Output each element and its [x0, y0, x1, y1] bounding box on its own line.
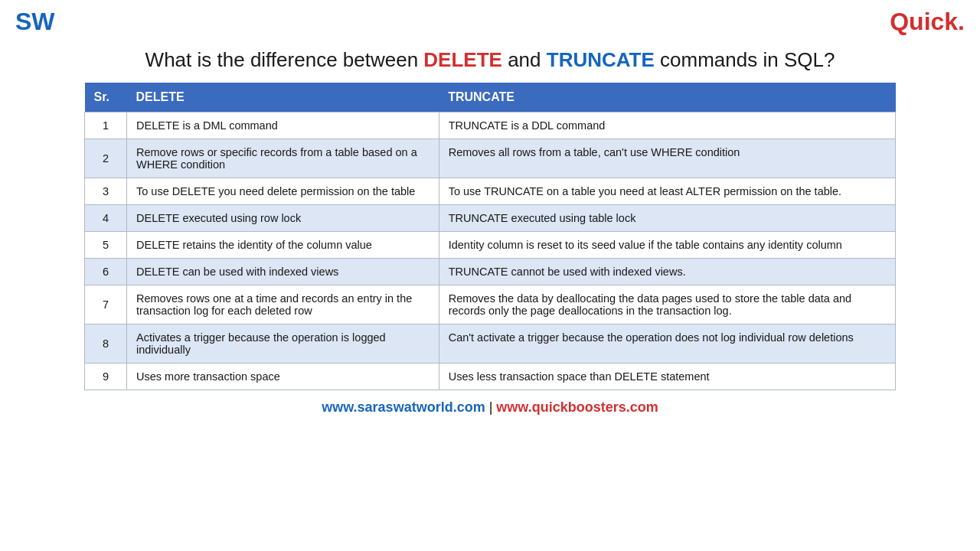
- cell-truncate: Removes the data by deallocating the dat…: [439, 285, 895, 324]
- table-header-row: Sr. DELETE TRUNCATE: [85, 83, 896, 112]
- table-row: 1DELETE is a DML commandTRUNCATE is a DD…: [85, 112, 896, 139]
- cell-truncate: Can't activate a trigger because the ope…: [439, 324, 895, 364]
- cell-sr: 5: [85, 232, 127, 259]
- cell-truncate: Uses less transaction space than DELETE …: [439, 364, 895, 390]
- table-row: 6DELETE can be used with indexed viewsTR…: [85, 259, 896, 285]
- logo-quick: Quick.: [890, 8, 965, 36]
- cell-sr: 8: [85, 324, 127, 364]
- cell-sr: 9: [85, 364, 127, 390]
- footer: www.saraswatworld.com | www.quickbooster…: [0, 399, 980, 416]
- table-row: 9Uses more transaction spaceUses less tr…: [85, 364, 896, 390]
- footer-site1: www.saraswatworld.com: [322, 399, 485, 415]
- col-header-delete: DELETE: [127, 83, 439, 112]
- cell-sr: 1: [85, 112, 127, 139]
- col-header-sr: Sr.: [85, 83, 127, 112]
- cell-delete: Activates a trigger because the operatio…: [127, 324, 439, 364]
- cell-truncate: To use TRUNCATE on a table you need at l…: [439, 178, 895, 205]
- cell-delete: Remove rows or specific records from a t…: [127, 139, 439, 178]
- footer-site2: www.quickboosters.com: [496, 399, 658, 415]
- cell-sr: 4: [85, 205, 127, 232]
- cell-sr: 7: [85, 285, 127, 324]
- cell-truncate: TRUNCATE is a DDL command: [439, 112, 895, 139]
- cell-delete: Uses more transaction space: [127, 364, 439, 390]
- table-row: 8Activates a trigger because the operati…: [85, 324, 896, 364]
- title-middle: and: [502, 48, 547, 71]
- footer-separator: |: [485, 399, 497, 415]
- logo-sw: SW: [15, 8, 55, 36]
- table-row: 2Remove rows or specific records from a …: [85, 139, 896, 178]
- cell-truncate: Removes all rows from a table, can't use…: [439, 139, 895, 178]
- table-row: 7Removes rows one at a time and records …: [85, 285, 896, 324]
- table-row: 4DELETE executed using row lockTRUNCATE …: [85, 205, 896, 232]
- cell-sr: 2: [85, 139, 127, 178]
- title-prefix: What is the difference between: [145, 48, 424, 71]
- cell-delete: To use DELETE you need delete permission…: [127, 178, 439, 205]
- cell-delete: DELETE is a DML command: [127, 112, 439, 139]
- cell-sr: 3: [85, 178, 127, 205]
- cell-sr: 6: [85, 259, 127, 285]
- page-title: What is the difference between DELETE an…: [0, 48, 980, 72]
- title-suffix: commands in SQL?: [655, 48, 835, 71]
- cell-delete: DELETE can be used with indexed views: [127, 259, 439, 285]
- cell-delete: DELETE retains the identity of the colum…: [127, 232, 439, 259]
- title-truncate-word: TRUNCATE: [547, 48, 655, 71]
- cell-truncate: TRUNCATE executed using table lock: [439, 205, 895, 232]
- cell-delete: DELETE executed using row lock: [127, 205, 439, 232]
- title-delete-word: DELETE: [423, 48, 502, 71]
- cell-truncate: TRUNCATE cannot be used with indexed vie…: [439, 259, 895, 285]
- col-header-truncate: TRUNCATE: [439, 83, 895, 112]
- table-row: 3To use DELETE you need delete permissio…: [85, 178, 896, 205]
- comparison-table: Sr. DELETE TRUNCATE 1DELETE is a DML com…: [84, 83, 896, 390]
- table-wrapper: Sr. DELETE TRUNCATE 1DELETE is a DML com…: [0, 83, 980, 390]
- cell-delete: Removes rows one at a time and records a…: [127, 285, 439, 324]
- table-row: 5DELETE retains the identity of the colu…: [85, 232, 896, 259]
- cell-truncate: Identity column is reset to its seed val…: [439, 232, 895, 259]
